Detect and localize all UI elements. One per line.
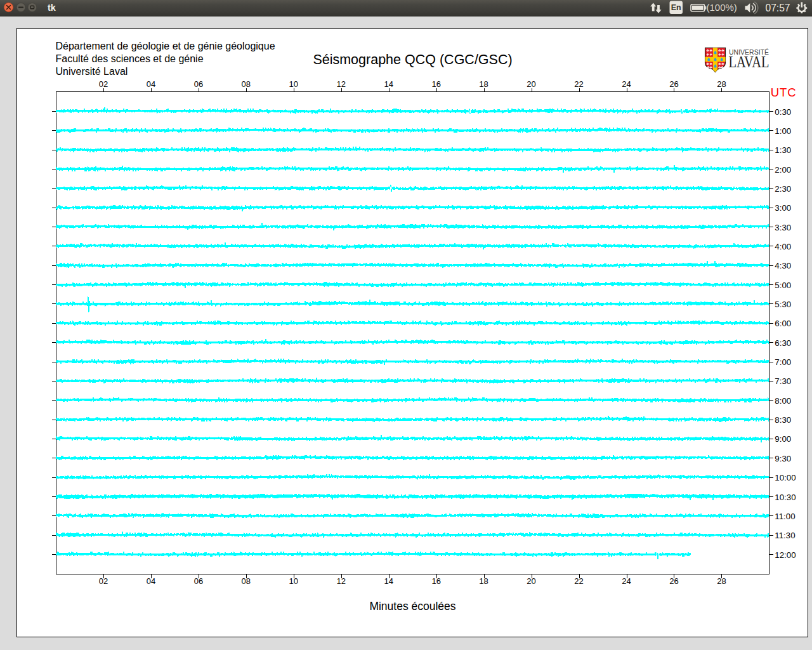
svg-text:9:30: 9:30 [775, 454, 791, 463]
svg-text:2:00: 2:00 [775, 165, 791, 175]
svg-text:12: 12 [337, 576, 346, 586]
svg-text:28: 28 [717, 79, 726, 89]
svg-text:02: 02 [99, 79, 108, 89]
svg-text:5:00: 5:00 [775, 281, 791, 290]
svg-text:12: 12 [337, 79, 346, 89]
svg-text:11:30: 11:30 [775, 531, 795, 540]
svg-text:5:30: 5:30 [775, 300, 791, 309]
svg-text:04: 04 [147, 79, 155, 89]
svg-text:7:30: 7:30 [775, 376, 791, 386]
svg-text:Séismographe QCQ (CGC/GSC): Séismographe QCQ (CGC/GSC) [313, 52, 512, 67]
svg-text:20: 20 [527, 79, 535, 89]
svg-text:6:30: 6:30 [775, 338, 791, 348]
svg-text:26: 26 [669, 79, 678, 89]
svg-text:0:30: 0:30 [775, 107, 791, 117]
svg-text:7:00: 7:00 [775, 357, 791, 367]
svg-text:24: 24 [622, 576, 631, 586]
svg-text:02: 02 [99, 576, 108, 586]
svg-text:4:30: 4:30 [775, 261, 791, 270]
svg-text:3:00: 3:00 [775, 203, 791, 213]
svg-text:3:30: 3:30 [775, 223, 791, 232]
svg-text:tk: tk [48, 3, 56, 13]
svg-text:14: 14 [384, 79, 393, 89]
svg-text:16: 16 [431, 576, 440, 586]
svg-text:06: 06 [194, 79, 203, 89]
svg-text:28: 28 [717, 576, 726, 586]
svg-text:20: 20 [527, 576, 535, 586]
svg-text:04: 04 [147, 576, 155, 586]
svg-text:18: 18 [479, 576, 488, 586]
svg-text:10: 10 [289, 79, 298, 89]
svg-text:1:00: 1:00 [775, 126, 791, 136]
svg-text:10:30: 10:30 [775, 493, 796, 502]
svg-text:22: 22 [574, 79, 583, 89]
svg-text:07:57: 07:57 [766, 3, 790, 13]
svg-text:Université Laval: Université Laval [56, 66, 128, 77]
svg-text:16: 16 [431, 79, 440, 89]
svg-text:En: En [671, 3, 681, 12]
svg-text:10: 10 [289, 576, 298, 586]
svg-text:18: 18 [479, 79, 488, 89]
svg-text:14: 14 [384, 576, 393, 586]
svg-text:12:00: 12:00 [775, 550, 796, 560]
svg-text:06: 06 [194, 576, 203, 586]
svg-text:2:30: 2:30 [775, 184, 791, 194]
svg-text:8:30: 8:30 [775, 415, 791, 425]
svg-text:9:00: 9:00 [775, 434, 791, 444]
svg-text:UTC: UTC [771, 86, 797, 99]
svg-text:22: 22 [574, 576, 583, 586]
svg-text:Faculté des sciences et de gén: Faculté des sciences et de génie [56, 53, 204, 64]
svg-text:08: 08 [242, 79, 251, 89]
svg-text:Département de géologie et de: Département de géologie et de génie géol… [56, 41, 275, 51]
svg-text:Minutes écoulées: Minutes écoulées [369, 600, 455, 613]
svg-text:8:00: 8:00 [775, 396, 791, 406]
svg-text:(100%): (100%) [707, 2, 737, 13]
svg-text:6:00: 6:00 [775, 319, 791, 328]
svg-text:24: 24 [622, 79, 631, 89]
svg-text:11:00: 11:00 [775, 512, 795, 521]
svg-text:08: 08 [242, 576, 251, 586]
svg-text:4:00: 4:00 [775, 242, 791, 251]
svg-text:1:30: 1:30 [775, 145, 791, 155]
svg-text:LAVAL: LAVAL [729, 53, 769, 70]
svg-text:10:00: 10:00 [775, 473, 796, 482]
svg-text:26: 26 [669, 576, 678, 586]
